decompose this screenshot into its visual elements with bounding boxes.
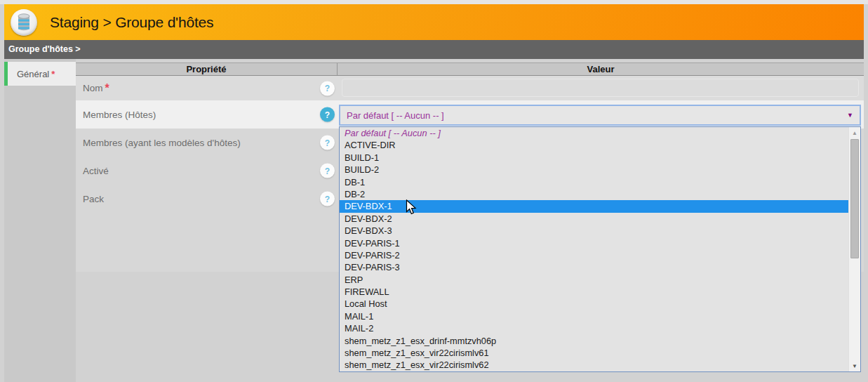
value-cell <box>338 76 864 100</box>
row-label-pack: Pack <box>83 194 104 204</box>
table-header: Propriété Valeur <box>76 62 864 76</box>
dropdown-option[interactable]: ERP <box>340 274 848 286</box>
row-label-active: Activé <box>83 166 109 176</box>
row-label-membres-hotes: Membres (Hôtes) <box>83 110 156 120</box>
row-label-nom: Nom <box>83 83 103 93</box>
help-icon-membres-hotes[interactable]: ? <box>320 107 335 122</box>
table-row-nom: Nom * ? <box>76 76 864 100</box>
database-icon <box>17 13 31 32</box>
members-dropdown-list: Par défaut [ -- Aucun -- ]ACTIVE-DIRBUIL… <box>339 126 861 372</box>
required-marker: * <box>105 82 109 95</box>
name-input[interactable] <box>342 79 859 97</box>
dropdown-option[interactable]: DB-2 <box>340 188 848 200</box>
database-logo <box>11 9 37 36</box>
dropdown-option[interactable]: DEV-BDX-3 <box>340 225 848 237</box>
dropdown-option[interactable]: DEV-BDX-1 <box>340 200 848 212</box>
dropdown-option[interactable]: BUILD-2 <box>340 164 848 176</box>
row-label-membres-modeles: Membres (ayant les modèles d'hôtes) <box>83 138 241 148</box>
scroll-up-icon[interactable]: ▲ <box>849 127 860 138</box>
tab-required-marker: * <box>51 69 55 79</box>
tab-general[interactable]: Général * <box>4 62 76 86</box>
help-icon-membres-modeles[interactable]: ? <box>320 136 335 150</box>
dropdown-option[interactable]: shem_metz_z1_esx_vir22cirismlv62 <box>340 359 848 371</box>
help-icon-nom[interactable]: ? <box>320 81 335 96</box>
dropdown-option[interactable]: shem_metz_z1_esx_drinf-mmtzvh06p <box>340 335 848 347</box>
dropdown-option[interactable]: DEV-PARIS-3 <box>340 261 848 273</box>
tab-general-label: Général <box>17 69 49 79</box>
dropdown-option[interactable]: FIREWALL <box>340 286 848 298</box>
property-cell: Membres (Hôtes) ? <box>76 100 338 129</box>
dropdown-scrollbar[interactable]: ▲ ▼ <box>848 127 860 371</box>
column-header-value: Valeur <box>338 63 864 75</box>
dropdown-option[interactable]: Local Host <box>340 298 848 310</box>
dropdown-options: Par défaut [ -- Aucun -- ]ACTIVE-DIRBUIL… <box>340 127 848 371</box>
tab-sidebar <box>4 59 76 382</box>
scrollbar-thumb[interactable] <box>850 139 859 258</box>
dropdown-option[interactable]: DEV-BDX-2 <box>340 213 848 225</box>
column-header-property: Propriété <box>76 63 338 75</box>
members-select-value: Par défaut [ -- Aucun -- ] <box>347 110 444 121</box>
page-title: Staging > Groupe d'hôtes <box>50 14 213 31</box>
dropdown-option[interactable]: MAIL-1 <box>340 310 848 322</box>
dropdown-option[interactable]: BUILD-1 <box>340 152 848 164</box>
dropdown-arrow-icon[interactable]: ▼ <box>847 112 853 119</box>
dropdown-option[interactable]: Par défaut [ -- Aucun -- ] <box>340 127 848 139</box>
dropdown-option[interactable]: DEV-PARIS-2 <box>340 249 848 261</box>
dropdown-option[interactable]: DB-1 <box>340 176 848 188</box>
dropdown-option[interactable]: shem_metz_z1_esx_vir22cirismlv61 <box>340 347 848 359</box>
members-select[interactable]: Par défaut [ -- Aucun -- ] ▼ <box>339 105 861 126</box>
app-header: Staging > Groupe d'hôtes <box>4 4 864 40</box>
property-cell: Nom * ? <box>76 76 338 100</box>
breadcrumb[interactable]: Groupe d'hôtes > <box>4 40 864 59</box>
property-cell: Membres (ayant les modèles d'hôtes) ? <box>76 129 338 157</box>
scroll-down-icon[interactable]: ▼ <box>849 360 860 371</box>
dropdown-option[interactable]: ACTIVE-DIR <box>340 139 848 151</box>
dropdown-option[interactable]: DEV-PARIS-1 <box>340 237 848 249</box>
property-cell: Activé ? <box>76 157 338 185</box>
dropdown-option[interactable]: MAIL-2 <box>340 322 848 334</box>
property-cell: Pack ? <box>76 185 338 213</box>
help-icon-active[interactable]: ? <box>320 164 335 178</box>
help-icon-pack[interactable]: ? <box>320 192 335 206</box>
